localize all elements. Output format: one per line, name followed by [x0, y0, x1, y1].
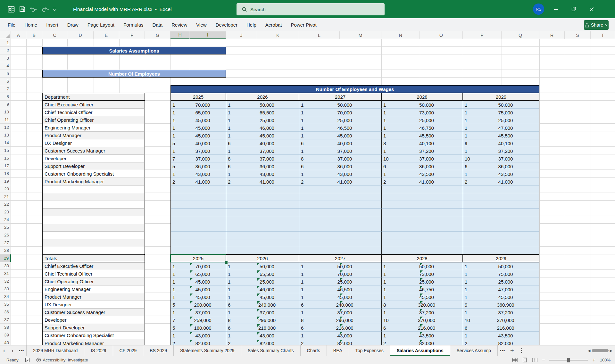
wage-cell[interactable]: 65,500: [226, 109, 299, 116]
wage-cell[interactable]: 36,000: [463, 162, 540, 170]
row-header-10[interactable]: 10: [0, 108, 11, 116]
row-header-38[interactable]: 38: [0, 324, 11, 331]
sheet-tab-2029-mrr-dashboard[interactable]: 2029 MRR Dashboard: [26, 345, 84, 356]
column-header-P[interactable]: P: [463, 31, 502, 39]
wage-cell[interactable]: 45,000: [226, 293, 299, 301]
department-cell[interactable]: Chief Operating Officer: [43, 116, 144, 124]
wage-cell[interactable]: 25,000: [299, 116, 382, 124]
more-sheets-ellipsis-icon[interactable]: •••: [498, 345, 507, 356]
wage-cell[interactable]: 45,000: [171, 132, 226, 139]
department-header-cell[interactable]: Department: [42, 93, 145, 101]
row-header-40[interactable]: 40: [0, 339, 11, 345]
totals-year-header-2029[interactable]: 2029: [463, 254, 539, 262]
department-cell[interactable]: Engineering Manager: [43, 285, 144, 293]
wage-cell[interactable]: 43,000: [226, 170, 299, 178]
wage-cell[interactable]: 296,000: [226, 316, 299, 324]
column-header-C[interactable]: C: [42, 31, 67, 39]
row-header-36[interactable]: 36: [0, 308, 11, 316]
ribbon-tab-acrobat[interactable]: Acrobat: [261, 18, 287, 31]
wage-cell[interactable]: 75,000: [463, 109, 540, 116]
zoom-slider[interactable]: [549, 360, 588, 360]
department-cell[interactable]: Developer: [43, 316, 144, 324]
wage-cell[interactable]: 37,000: [171, 147, 226, 155]
wage-cell[interactable]: 45,500: [463, 293, 540, 301]
row-header-6[interactable]: 6: [0, 78, 11, 85]
column-header-F[interactable]: F: [119, 31, 145, 39]
row-header-37[interactable]: 37: [0, 316, 11, 324]
row-header-5[interactable]: 5: [0, 70, 11, 78]
column-header-K[interactable]: K: [257, 31, 299, 39]
sheet-tab-top-expenses[interactable]: Top Expenses: [349, 345, 390, 356]
page-layout-view-icon[interactable]: [522, 358, 528, 362]
selected-cell-outline[interactable]: [170, 254, 226, 262]
department-cell[interactable]: Customer Onboarding Specialist: [43, 332, 144, 339]
wage-cell[interactable]: 45,000: [171, 293, 226, 301]
row-header-31[interactable]: 31: [0, 270, 11, 277]
empty-cell[interactable]: [43, 216, 144, 224]
wage-cell[interactable]: 70,000: [299, 109, 382, 116]
department-cell[interactable]: UX Designer: [43, 301, 144, 309]
ribbon-tab-data[interactable]: Data: [148, 18, 167, 31]
wage-cell[interactable]: 37,000: [171, 155, 226, 162]
year-header-2026[interactable]: 2026: [226, 93, 299, 101]
sheet-nav-left-icon[interactable]: ‹: [0, 345, 8, 356]
wage-cell[interactable]: 37,000: [299, 155, 382, 162]
select-all-corner[interactable]: [0, 31, 11, 39]
empty-cell[interactable]: [43, 232, 144, 239]
wage-cell[interactable]: 47,000: [463, 124, 540, 132]
horizontal-scrollbar[interactable]: ◀ ▶: [588, 345, 615, 356]
row-header-22[interactable]: 22: [0, 201, 11, 208]
wage-cell[interactable]: 45,000: [171, 124, 226, 132]
sheet-tab-statements-summary-2029[interactable]: Statements Summary 2029: [174, 345, 241, 356]
redo-icon[interactable]: [38, 4, 49, 15]
wage-cell[interactable]: 45,000: [226, 132, 299, 139]
wage-cell[interactable]: 36,000: [226, 162, 299, 170]
column-header-I[interactable]: I: [190, 31, 226, 39]
row-header-33[interactable]: 33: [0, 285, 11, 293]
wage-cell[interactable]: 40,000: [226, 139, 299, 147]
column-header-G[interactable]: G: [145, 31, 170, 39]
wage-cell[interactable]: 36,000: [299, 162, 382, 170]
column-header-N[interactable]: N: [381, 31, 420, 39]
department-cell[interactable]: Chief Technical Officer: [43, 109, 144, 116]
wage-cell[interactable]: 370,000: [463, 316, 540, 324]
wage-cell[interactable]: 40,000: [299, 139, 382, 147]
wage-cell[interactable]: 50,000: [463, 101, 540, 109]
department-cell[interactable]: Product Manager: [43, 132, 144, 139]
page-break-view-icon[interactable]: [532, 358, 537, 362]
fill-handle[interactable]: [225, 261, 228, 264]
kebab-vertical-icon[interactable]: [517, 345, 527, 356]
wage-cell[interactable]: 40,000: [171, 139, 226, 147]
wage-cell[interactable]: 65,000: [171, 109, 226, 116]
ribbon-tab-draw[interactable]: Draw: [63, 18, 83, 31]
row-header-17[interactable]: 17: [0, 162, 11, 170]
row-header-24[interactable]: 24: [0, 216, 11, 224]
wage-cell[interactable]: 37,200: [382, 147, 463, 155]
wage-cell[interactable]: 50,000: [226, 262, 299, 270]
totals-year-header-2027[interactable]: 2027: [299, 254, 381, 262]
wage-cell[interactable]: 43,500: [463, 170, 540, 178]
department-cell[interactable]: Chief Executive Officer: [43, 101, 144, 109]
department-cell[interactable]: Customer Onboarding Specialist: [43, 170, 144, 178]
department-cell[interactable]: Developer: [43, 155, 144, 162]
wage-cell[interactable]: 45,500: [463, 132, 540, 139]
year-header-2027[interactable]: 2027: [299, 93, 381, 101]
department-cell[interactable]: UX Designer: [43, 139, 144, 147]
empty-cell[interactable]: [43, 193, 144, 201]
department-cell[interactable]: Chief Technical Officer: [43, 270, 144, 278]
wage-cell[interactable]: 37,000: [382, 155, 463, 162]
department-cell[interactable]: Customer Success Manager: [43, 147, 144, 155]
wage-cell[interactable]: 43,500: [463, 332, 540, 339]
sheet-tab-is-2029[interactable]: IS 2029: [84, 345, 113, 356]
empty-cell[interactable]: [43, 186, 144, 193]
department-cell[interactable]: Product Marketing Manager: [43, 339, 144, 345]
row-header-7[interactable]: 7: [0, 85, 11, 93]
excel-logo-icon[interactable]: [6, 4, 17, 15]
empty-cell[interactable]: [43, 239, 144, 247]
row-header-4[interactable]: 4: [0, 62, 11, 70]
column-header-R[interactable]: R: [539, 31, 565, 39]
year-header-2028[interactable]: 2028: [381, 93, 463, 101]
year-header-2025[interactable]: 2025: [170, 93, 226, 101]
row-header-32[interactable]: 32: [0, 277, 11, 285]
wage-cell[interactable]: 43,000: [171, 332, 226, 339]
